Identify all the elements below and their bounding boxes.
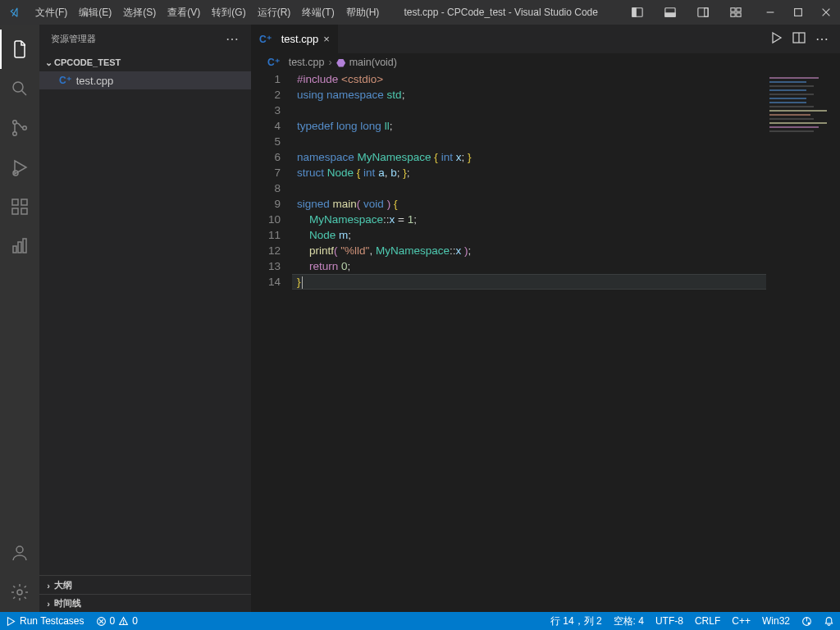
svg-rect-5 xyxy=(705,8,708,17)
window-maximize-button[interactable] xyxy=(784,0,812,25)
toggle-secondary-sidebar-icon[interactable] xyxy=(689,0,717,25)
svg-rect-21 xyxy=(12,199,18,205)
status-run-testcases[interactable]: Run Testcases xyxy=(0,612,90,630)
run-file-icon[interactable] xyxy=(769,31,783,48)
file-tree: C⁺test.cpp xyxy=(39,71,251,575)
svg-point-14 xyxy=(13,82,23,92)
status-notifications-icon[interactable] xyxy=(818,612,840,630)
editor-tab-test-cpp[interactable]: C⁺ test.cpp × xyxy=(251,25,339,53)
svg-line-15 xyxy=(22,91,27,96)
menu-item[interactable]: 编辑(E) xyxy=(73,0,117,25)
activity-extensions[interactable] xyxy=(0,187,39,226)
menu-item[interactable]: 选择(S) xyxy=(117,0,162,25)
explorer-title: 资源管理器 xyxy=(51,33,226,45)
svg-rect-23 xyxy=(21,208,27,214)
status-feedback-icon[interactable] xyxy=(796,612,818,630)
svg-marker-30 xyxy=(773,33,781,43)
cpp-file-icon: C⁺ xyxy=(259,34,272,45)
main-menu: 文件(F)编辑(E)选择(S)查看(V)转到(G)运行(R)终端(T)帮助(H) xyxy=(30,0,385,25)
activity-explorer[interactable] xyxy=(0,30,39,69)
menu-item[interactable]: 终端(T) xyxy=(296,0,340,25)
breadcrumb-symbol: main(void) xyxy=(349,57,397,68)
menu-item[interactable]: 转到(G) xyxy=(206,0,251,25)
title-bar: 文件(F)编辑(E)选择(S)查看(V)转到(G)运行(R)终端(T)帮助(H)… xyxy=(0,0,840,25)
activity-accounts[interactable] xyxy=(0,533,39,573)
svg-point-28 xyxy=(16,546,23,553)
split-editor-icon[interactable] xyxy=(792,31,806,48)
menu-item[interactable]: 查看(V) xyxy=(162,0,206,25)
customize-layout-icon[interactable] xyxy=(722,0,750,25)
chevron-down-icon: ⌄ xyxy=(43,57,54,68)
explorer-sidebar: 资源管理器 ⋯ ⌄ CPCODE_TEST C⁺test.cpp ›大纲 ›时间… xyxy=(39,25,251,612)
window-title: test.cpp - CPCode_test - Visual Studio C… xyxy=(385,7,617,18)
svg-rect-9 xyxy=(737,13,741,16)
svg-rect-3 xyxy=(665,13,675,16)
code-editor[interactable]: #include <cstdio>using namespace std;typ… xyxy=(292,71,840,612)
svg-rect-4 xyxy=(698,8,708,17)
svg-point-16 xyxy=(13,121,17,125)
activity-settings[interactable] xyxy=(0,573,39,612)
editor-group: C⁺ test.cpp × ⋯ C⁺ test.cpp › ⬣ main(voi… xyxy=(251,25,840,612)
outline-section[interactable]: ›大纲 xyxy=(39,576,251,594)
tab-label: test.cpp xyxy=(281,33,319,45)
breadcrumb[interactable]: C⁺ test.cpp › ⬣ main(void) xyxy=(251,53,840,71)
breadcrumb-file: test.cpp xyxy=(289,57,325,68)
timeline-section[interactable]: ›时间线 xyxy=(39,594,251,612)
window-close-button[interactable] xyxy=(812,0,840,25)
svg-rect-27 xyxy=(23,239,26,253)
status-language[interactable]: C++ xyxy=(726,612,756,630)
toggle-primary-sidebar-icon[interactable] xyxy=(623,0,651,25)
status-encoding[interactable]: UTF-8 xyxy=(650,612,689,630)
breadcrumb-separator: › xyxy=(328,57,331,68)
symbol-method-icon: ⬣ xyxy=(336,57,345,69)
svg-rect-1 xyxy=(632,8,636,17)
window-minimize-button[interactable] xyxy=(756,0,784,25)
svg-marker-19 xyxy=(15,161,26,174)
status-indentation[interactable]: 空格: 4 xyxy=(608,612,650,630)
minimap[interactable] xyxy=(766,71,840,612)
svg-rect-25 xyxy=(13,246,16,253)
activity-custom-chart[interactable] xyxy=(0,226,39,266)
explorer-more-actions[interactable]: ⋯ xyxy=(226,31,240,47)
status-eol[interactable]: CRLF xyxy=(689,612,726,630)
status-cursor-position[interactable]: 行 14，列 2 xyxy=(545,612,608,630)
project-name: CPCODE_TEST xyxy=(54,57,121,67)
status-win32[interactable]: Win32 xyxy=(756,612,796,630)
activity-search[interactable] xyxy=(0,69,39,108)
svg-rect-24 xyxy=(21,199,27,205)
status-bar: Run Testcases 0 0 行 14，列 2 空格: 4 UTF-8 C… xyxy=(0,612,840,630)
toggle-panel-icon[interactable] xyxy=(656,0,684,25)
svg-rect-8 xyxy=(731,13,735,16)
svg-rect-6 xyxy=(731,8,735,11)
svg-point-17 xyxy=(13,132,17,136)
menu-item[interactable]: 帮助(H) xyxy=(340,0,386,25)
svg-point-38 xyxy=(123,623,124,623)
status-problems[interactable]: 0 0 xyxy=(90,612,144,630)
menu-item[interactable]: 文件(F) xyxy=(30,0,73,25)
file-item[interactable]: C⁺test.cpp xyxy=(39,71,251,89)
menu-item[interactable]: 运行(R) xyxy=(252,0,297,25)
editor-gutter: 1234567891011121314 xyxy=(251,71,292,612)
svg-rect-7 xyxy=(737,8,741,11)
cpp-file-icon: C⁺ xyxy=(267,57,280,68)
activity-run-debug[interactable] xyxy=(0,148,39,187)
svg-rect-11 xyxy=(795,9,802,16)
vscode-logo-icon xyxy=(0,7,30,18)
activity-bar xyxy=(0,25,39,612)
project-root[interactable]: ⌄ CPCODE_TEST xyxy=(39,53,251,71)
cpp-file-icon: C⁺ xyxy=(59,75,71,86)
svg-point-29 xyxy=(17,590,22,595)
editor-more-actions[interactable]: ⋯ xyxy=(815,31,829,47)
svg-rect-26 xyxy=(18,242,21,253)
svg-rect-22 xyxy=(12,208,18,214)
activity-source-control[interactable] xyxy=(0,108,39,148)
svg-point-18 xyxy=(23,126,27,130)
svg-point-41 xyxy=(808,623,810,624)
svg-marker-33 xyxy=(7,617,14,625)
chevron-right-icon: › xyxy=(43,581,54,591)
chevron-right-icon: › xyxy=(43,599,54,609)
tab-close-button[interactable]: × xyxy=(323,33,330,45)
